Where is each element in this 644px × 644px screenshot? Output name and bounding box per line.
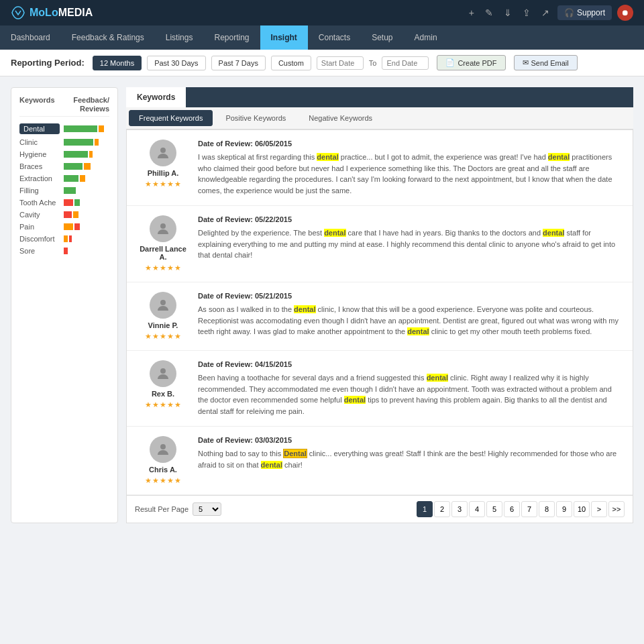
review-text-2: Delighted by the experience. The best de… <box>198 227 623 261</box>
nav-listings[interactable]: Listings <box>155 25 204 50</box>
extraction-bar <box>64 175 85 182</box>
keyword-row-toothache[interactable]: Tooth Ache <box>19 199 109 207</box>
feedback-col-label: Feedback/ Reviews <box>69 96 109 113</box>
keyword-highlight: dental <box>317 153 338 161</box>
avatar-4 <box>150 360 176 387</box>
period-12months[interactable]: 12 Months <box>93 56 142 70</box>
sub-tab-bar: Frequent Keywords Positive Keywords Nega… <box>126 107 633 129</box>
keywords-panel: Keywords Feedback/ Reviews Dental Clinic… <box>11 87 118 523</box>
period-30days[interactable]: Past 30 Days <box>147 56 205 70</box>
hygiene-orange-bar <box>89 151 93 158</box>
keyword-row-extraction[interactable]: Extraction <box>19 174 109 182</box>
sore-red-bar <box>64 248 68 254</box>
start-date-input[interactable] <box>317 56 364 70</box>
page-6-btn[interactable]: 6 <box>504 501 520 517</box>
support-button[interactable]: 🎧 Support <box>557 5 612 20</box>
review-content-5: Date of Review: 03/03/2015 Nothing bad t… <box>198 436 623 485</box>
pain-bar <box>64 223 80 230</box>
keyword-filling: Filling <box>19 186 60 195</box>
reviewer-info-3: Vinnie P. ★★★★★ <box>136 292 190 341</box>
page-3-btn[interactable]: 3 <box>451 501 468 517</box>
reporting-period-label: Reporting Period: <box>11 58 85 68</box>
power-button[interactable]: ⏺ <box>617 5 633 21</box>
send-email-button[interactable]: ✉ Send Email <box>514 55 578 70</box>
keyword-row-pain[interactable]: Pain <box>19 223 109 231</box>
extraction-orange-bar <box>80 175 85 182</box>
reporting-period-bar: Reporting Period: 12 Months Past 30 Days… <box>0 50 644 76</box>
subtab-frequent[interactable]: Frequent Keywords <box>129 110 213 126</box>
page-10-btn[interactable]: 10 <box>574 501 590 517</box>
page-2-btn[interactable]: 2 <box>434 501 450 517</box>
toothache-red-bar <box>64 199 73 206</box>
keyword-discomfort: Discomfort <box>19 235 60 243</box>
top-header: MoLoMEDIA + ✎ ⇓ ⇪ ↗ 🎧 Support ⏺ <box>0 0 644 25</box>
reviewer-name-2: Darrell Lance A. <box>136 245 190 261</box>
filling-bar <box>64 187 76 194</box>
page-1-btn[interactable]: 1 <box>417 501 433 517</box>
avatar-person-icon-5 <box>155 441 171 458</box>
keyword-row-cavity[interactable]: Cavity <box>19 211 109 219</box>
keyword-hygiene: Hygiene <box>19 150 60 158</box>
keyword-row-hygiene[interactable]: Hygiene <box>19 150 109 158</box>
dental-orange-bar <box>99 125 104 132</box>
pdf-icon: 📄 <box>445 58 455 67</box>
keyword-row-braces[interactable]: Braces <box>19 162 109 170</box>
nav-reporting[interactable]: Reporting <box>203 25 260 50</box>
keyword-braces: Braces <box>19 162 60 170</box>
page-next-btn[interactable]: > <box>591 501 607 517</box>
nav-contacts[interactable]: Contacts <box>308 25 361 50</box>
keyword-row-discomfort[interactable]: Discomfort <box>19 235 109 243</box>
keyword-row-dental[interactable]: Dental <box>19 123 109 134</box>
stars-4: ★★★★★ <box>145 400 182 409</box>
logo-icon <box>11 5 25 20</box>
svg-point-0 <box>160 148 166 153</box>
toothache-bar <box>64 199 80 206</box>
plus-icon-btn[interactable]: + <box>466 6 477 19</box>
period-7days[interactable]: Past 7 Days <box>211 56 266 70</box>
nav-feedback[interactable]: Feedback & Ratings <box>61 25 155 50</box>
subtab-positive[interactable]: Positive Keywords <box>215 110 296 126</box>
download-icon-btn[interactable]: ⇓ <box>501 6 515 19</box>
review-card-4: Rex B. ★★★★★ Date of Review: 04/15/2015 … <box>127 351 633 427</box>
cavity-bar <box>64 211 78 218</box>
avatar-person-icon-2 <box>155 221 171 237</box>
review-date-1: Date of Review: 06/05/2015 <box>198 140 623 148</box>
page-5-btn[interactable]: 5 <box>486 501 502 517</box>
per-page-select[interactable]: 5 10 25 <box>193 502 221 516</box>
page-7-btn[interactable]: 7 <box>521 501 537 517</box>
nav-setup[interactable]: Setup <box>361 25 403 50</box>
page-last-btn[interactable]: >> <box>608 501 625 517</box>
review-date-5: Date of Review: 03/03/2015 <box>198 436 623 444</box>
svg-point-1 <box>160 223 166 229</box>
subtab-negative[interactable]: Negative Keywords <box>299 110 382 126</box>
avatar-person-icon-1 <box>155 145 171 161</box>
filling-green-bar <box>64 187 76 194</box>
external-icon-btn[interactable]: ↗ <box>539 6 552 19</box>
reviewer-info-5: Chris A. ★★★★★ <box>136 436 190 485</box>
keywords-col-label: Keywords <box>19 96 55 113</box>
nav-admin[interactable]: Admin <box>404 25 448 50</box>
clinic-green-bar <box>64 139 93 146</box>
review-content-4: Date of Review: 04/15/2015 Been having a… <box>198 360 623 417</box>
nav-insight[interactable]: Insight <box>260 25 308 50</box>
keyword-row-filling[interactable]: Filling <box>19 186 109 195</box>
keyword-dental: Dental <box>19 123 60 134</box>
tab-keywords[interactable]: Keywords <box>126 87 186 107</box>
reviewer-name-5: Chris A. <box>149 466 177 474</box>
braces-bar <box>64 163 91 170</box>
page-4-btn[interactable]: 4 <box>469 501 485 517</box>
create-pdf-button[interactable]: 📄 Create PDF <box>437 55 505 70</box>
page-9-btn[interactable]: 9 <box>556 501 572 517</box>
keyword-row-sore[interactable]: Sore <box>19 247 109 255</box>
end-date-input[interactable] <box>382 56 429 70</box>
share-icon-btn[interactable]: ⇪ <box>520 6 533 19</box>
cavity-red-bar <box>64 211 72 218</box>
page-8-btn[interactable]: 8 <box>539 501 555 517</box>
edit-icon-btn[interactable]: ✎ <box>482 6 496 19</box>
period-custom[interactable]: Custom <box>271 56 311 70</box>
reviewer-info-1: Phillip A. ★★★★★ <box>136 140 190 196</box>
nav-dashboard[interactable]: Dashboard <box>0 25 61 50</box>
cavity-orange-bar <box>73 211 78 218</box>
svg-point-4 <box>160 444 166 449</box>
keyword-row-clinic[interactable]: Clinic <box>19 138 109 146</box>
